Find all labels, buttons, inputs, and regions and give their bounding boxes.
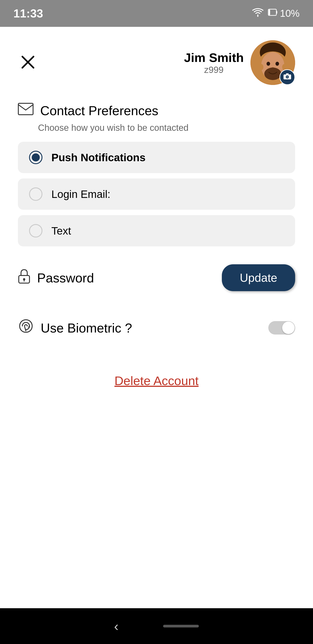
radio-option-push[interactable]: Push Notifications (18, 142, 295, 173)
main-content: Jim Smith z999 (0, 27, 313, 608)
password-title: Password (37, 270, 94, 285)
password-section: Password Update (18, 260, 295, 296)
update-password-button[interactable]: Update (222, 264, 295, 291)
delete-section: Delete Account (18, 364, 295, 397)
svg-point-13 (259, 64, 263, 70)
header: Jim Smith z999 (18, 40, 295, 85)
radio-text-circle (29, 224, 42, 238)
radio-email-circle (29, 188, 42, 201)
radio-option-email[interactable]: Login Email: (18, 178, 295, 210)
camera-icon (283, 73, 291, 82)
close-button[interactable] (18, 52, 38, 73)
status-icons: 10% (252, 8, 300, 20)
user-info: Jim Smith z999 (184, 40, 295, 85)
svg-point-9 (267, 62, 270, 66)
user-name: Jim Smith (184, 50, 244, 65)
radio-option-text[interactable]: Text (18, 215, 295, 246)
svg-rect-22 (24, 279, 24, 282)
svg-point-17 (287, 76, 288, 78)
bottom-bar: ‹ (0, 608, 313, 644)
svg-rect-1 (276, 11, 277, 14)
contact-preferences-title: Contact Preferences (40, 103, 158, 118)
battery-container: 10% (268, 8, 300, 20)
biometric-toggle[interactable] (268, 321, 295, 334)
delete-account-link[interactable]: Delete Account (114, 374, 199, 388)
wifi-icon (252, 8, 263, 19)
contact-preferences-subtitle: Choose how you wish to be contacted (38, 123, 295, 133)
envelope-icon (18, 103, 33, 118)
section-header: Contact Preferences (18, 103, 295, 118)
battery-text: 10% (280, 8, 300, 19)
svg-rect-19 (18, 103, 33, 115)
contact-preferences-section: Contact Preferences Choose how you wish … (18, 103, 295, 246)
radio-options: Push Notifications Login Email: Text (18, 142, 295, 246)
camera-badge[interactable] (280, 69, 295, 85)
status-time: 11:33 (13, 7, 43, 20)
radio-push-circle (29, 151, 42, 164)
radio-text-label: Text (51, 225, 71, 237)
back-button[interactable]: ‹ (114, 618, 119, 634)
home-indicator[interactable] (163, 625, 199, 628)
biometric-section: Use Biometric ? (18, 314, 295, 342)
svg-point-10 (276, 62, 279, 66)
svg-rect-18 (286, 73, 289, 75)
radio-email-label: Login Email: (51, 188, 110, 200)
status-bar: 11:33 10% (0, 0, 313, 27)
radio-push-label: Push Notifications (51, 152, 145, 164)
biometric-title: Use Biometric ? (41, 320, 132, 336)
close-icon (20, 54, 36, 70)
biometric-left: Use Biometric ? (18, 318, 132, 338)
user-name-section: Jim Smith z999 (184, 50, 244, 75)
lock-icon (18, 269, 30, 287)
radio-push-inner (32, 154, 40, 162)
toggle-knob (282, 322, 295, 334)
fingerprint-icon (18, 318, 34, 338)
avatar-container[interactable] (251, 40, 295, 85)
svg-rect-2 (269, 10, 270, 15)
password-left: Password (18, 269, 94, 287)
battery-icon (268, 8, 278, 20)
user-id: z999 (184, 65, 244, 75)
